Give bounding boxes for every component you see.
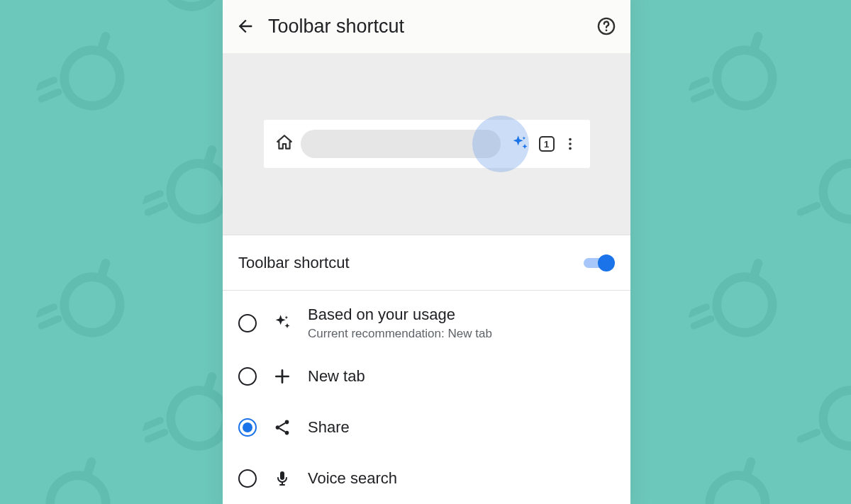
svg-line-17 [143,416,160,432]
help-icon [596,16,616,36]
svg-line-34 [801,428,818,444]
plus-icon [271,367,294,386]
svg-line-21 [694,88,711,103]
tab-count-badge: 1 [539,136,555,152]
overflow-menu-icon [562,136,579,152]
svg-line-1 [101,36,106,51]
svg-line-11 [207,150,212,164]
header: Toolbar shortcut [223,0,630,53]
svg-point-8 [43,469,113,504]
svg-line-22 [689,76,706,91]
svg-point-41 [276,425,280,430]
settings-section: Toolbar shortcut Based on your usageCurr… [223,235,630,504]
svg-point-18 [157,0,227,13]
sparkles-icon [508,134,532,154]
svg-point-37 [569,138,572,141]
svg-line-25 [694,315,711,330]
radio-newtab[interactable] [238,367,257,386]
omnibox-placeholder [301,130,501,158]
svg-line-20 [753,36,758,51]
option-newtab[interactable]: New tab [223,351,630,402]
svg-line-31 [801,201,818,217]
svg-point-29 [816,157,851,227]
option-title: Share [308,418,350,438]
option-voice[interactable]: Voice search [223,453,630,504]
toolbar-shortcut-switch[interactable] [584,254,615,271]
svg-rect-43 [280,471,284,480]
option-share[interactable]: Share [223,402,630,453]
page-title: Toolbar shortcut [268,16,584,38]
option-title: Based on your usage [308,305,492,325]
shortcut-options-list: Based on your usageCurrent recommendatio… [223,291,630,504]
option-title: Voice search [308,469,397,489]
option-subtitle: Current recommendation: New tab [308,327,492,341]
svg-line-12 [148,201,165,217]
share-icon [271,418,294,437]
svg-point-38 [569,142,572,145]
toggle-label: Toolbar shortcut [238,254,584,272]
svg-point-39 [569,147,572,150]
option-based[interactable]: Based on your usageCurrent recommendatio… [223,295,630,351]
mic-icon [271,469,294,488]
home-icon [275,133,294,155]
toolbar-preview-area: 1 [223,53,630,235]
svg-point-36 [606,30,608,32]
svg-point-19 [710,43,780,113]
svg-line-6 [42,315,59,330]
svg-point-23 [710,270,780,340]
toolbar-shortcut-toggle-row[interactable]: Toolbar shortcut [223,235,630,291]
radio-based[interactable] [238,314,257,332]
svg-line-24 [753,263,758,278]
svg-line-16 [148,428,165,444]
svg-line-26 [689,303,706,318]
svg-point-42 [285,431,289,435]
svg-point-27 [703,469,773,504]
help-button[interactable] [596,16,616,36]
settings-screen: Toolbar shortcut 1 [223,0,630,504]
svg-point-40 [285,420,289,425]
svg-line-15 [207,376,212,391]
svg-line-9 [87,461,91,476]
radio-voice[interactable] [238,469,257,488]
svg-line-28 [746,461,751,476]
svg-line-2 [42,88,59,103]
toolbar-preview: 1 [264,120,590,168]
back-button[interactable] [235,16,255,36]
svg-line-3 [37,76,54,91]
svg-line-5 [101,263,106,278]
svg-point-32 [816,383,851,454]
arrow-back-icon [235,16,255,36]
svg-point-0 [57,43,128,113]
svg-point-4 [57,270,128,340]
svg-line-7 [37,303,54,318]
option-title: New tab [308,366,365,387]
radio-share[interactable] [238,418,257,437]
sparkles-icon [271,313,294,333]
svg-line-13 [143,189,160,205]
